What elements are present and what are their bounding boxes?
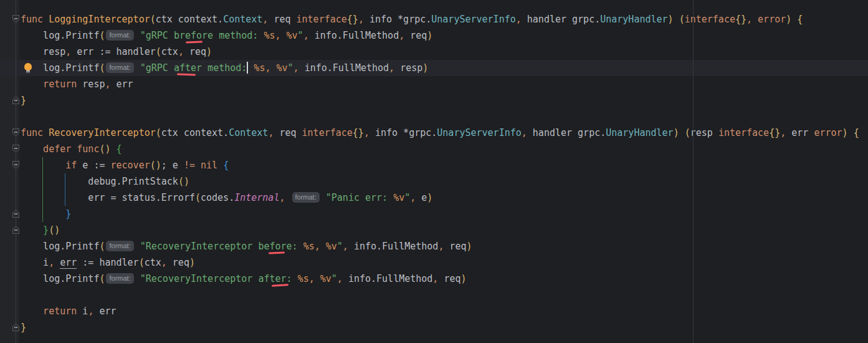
code-token: { bbox=[117, 143, 122, 155]
parameter-hint-inlay: format: bbox=[106, 241, 133, 251]
code-line[interactable]: func RecoveryInterceptor(ctx context.Con… bbox=[0, 125, 868, 141]
code-token: UnaryHandler bbox=[600, 14, 667, 25]
code-token bbox=[135, 273, 140, 284]
code-token: { bbox=[223, 160, 229, 171]
code-line[interactable]: if e := recover(); e != nil { bbox=[0, 157, 868, 173]
code-token: resp bbox=[21, 46, 65, 57]
parameter-hint-inlay: format: bbox=[106, 62, 133, 73]
code-token: , bbox=[364, 127, 370, 138]
code-token: , bbox=[516, 14, 522, 25]
code-token: ( bbox=[195, 192, 201, 203]
code-token: req bbox=[274, 127, 302, 138]
code-line[interactable]: debug.PrintStack() bbox=[0, 173, 868, 190]
parameter-hint-inlay: format: bbox=[106, 30, 133, 41]
code-token: ( bbox=[150, 14, 156, 25]
code-line[interactable]: log.Printf(format: "RecoveryInterceptor … bbox=[0, 238, 868, 254]
code-token: req bbox=[444, 241, 466, 252]
code-line[interactable]: log.Printf(format: "gRPC after method: %… bbox=[0, 60, 868, 76]
code-token: , bbox=[410, 192, 416, 203]
code-token: ) bbox=[427, 30, 432, 41]
code-line[interactable]: } bbox=[0, 206, 868, 222]
code-token: ( bbox=[99, 273, 105, 284]
code-token: } bbox=[21, 322, 26, 333]
code-token: UnaryHandler bbox=[606, 127, 673, 138]
code-area[interactable]: func LoggingInterceptor(ctx context.Cont… bbox=[0, 11, 868, 336]
code-token: ) bbox=[427, 192, 432, 203]
code-editor: func LoggingInterceptor(ctx context.Cont… bbox=[0, 0, 868, 343]
code-token: nil bbox=[201, 160, 217, 171]
code-token: handler grpc. bbox=[522, 14, 600, 25]
code-token: ( bbox=[156, 127, 161, 138]
code-token: i bbox=[77, 306, 88, 317]
code-token: } bbox=[21, 208, 71, 220]
code-token: %v bbox=[393, 192, 404, 203]
code-line[interactable]: i, err := handler(ctx, req) bbox=[0, 254, 868, 271]
code-line[interactable]: log.Printf(format: "RecoveryInterceptor … bbox=[0, 271, 868, 287]
code-token: return bbox=[21, 79, 77, 90]
code-token: defer func bbox=[21, 143, 99, 155]
code-line[interactable]: return i, err bbox=[0, 303, 868, 319]
code-line[interactable]: } bbox=[0, 319, 868, 336]
intention-bulb-icon[interactable] bbox=[24, 63, 32, 73]
code-token bbox=[54, 257, 60, 268]
parameter-hint-inlay: format: bbox=[106, 273, 133, 284]
code-token: ctx bbox=[161, 46, 178, 57]
code-token: e bbox=[416, 192, 427, 203]
code-line[interactable]: log.Printf(format: "gRPC brefore method:… bbox=[0, 27, 868, 44]
code-token: () bbox=[150, 160, 161, 171]
code-token: ( bbox=[156, 46, 161, 57]
code-token: RecoveryInterceptor bbox=[49, 127, 156, 138]
code-token: info.FullMethod bbox=[309, 30, 399, 41]
code-token: " bbox=[331, 273, 337, 284]
code-token: info *grpc. bbox=[370, 127, 437, 138]
code-token: ) bbox=[206, 46, 212, 57]
code-token: {} bbox=[735, 14, 746, 25]
code-token: () bbox=[49, 225, 60, 236]
code-token bbox=[285, 192, 290, 203]
code-token: interface bbox=[685, 14, 735, 25]
code-line[interactable] bbox=[0, 287, 868, 303]
code-token bbox=[111, 143, 117, 155]
code-token bbox=[791, 14, 797, 25]
code-token: , bbox=[178, 46, 184, 57]
code-token: interface bbox=[297, 14, 347, 25]
code-token: ( bbox=[99, 62, 105, 74]
code-token: } bbox=[21, 225, 49, 236]
code-token: != bbox=[184, 160, 195, 171]
code-token: err := handler bbox=[71, 46, 155, 57]
code-token: ) bbox=[467, 241, 472, 252]
code-line[interactable]: func LoggingInterceptor(ctx context.Cont… bbox=[0, 11, 868, 27]
code-line[interactable] bbox=[0, 109, 868, 125]
code-line[interactable]: defer func() { bbox=[0, 141, 868, 157]
code-line[interactable]: return resp, err bbox=[0, 76, 868, 92]
code-token: ) bbox=[422, 62, 428, 74]
code-token: ctx context. bbox=[156, 14, 223, 25]
code-token bbox=[248, 62, 254, 74]
code-token: " bbox=[288, 62, 293, 74]
code-token: {} bbox=[347, 14, 358, 25]
code-token: resp bbox=[394, 62, 422, 74]
code-token: info *grpc. bbox=[364, 14, 431, 25]
code-token: , bbox=[522, 127, 527, 138]
code-token: resp bbox=[690, 127, 718, 138]
code-line[interactable]: } bbox=[0, 92, 868, 109]
code-token: req bbox=[438, 273, 460, 284]
code-token: ) bbox=[842, 127, 848, 138]
code-token: , bbox=[337, 273, 343, 284]
parameter-hint-inlay: format: bbox=[292, 192, 320, 203]
code-token: UnaryServerInfo bbox=[437, 127, 521, 138]
code-line[interactable]: err = status.Errorf(codes.Internal, form… bbox=[0, 190, 868, 206]
code-token: handler grpc. bbox=[527, 127, 606, 138]
code-token bbox=[217, 160, 223, 171]
code-token: err bbox=[60, 257, 77, 269]
code-token: ) ( bbox=[668, 14, 685, 25]
typo-underline-marker bbox=[177, 73, 196, 75]
code-line[interactable]: resp, err := handler(ctx, req) bbox=[0, 44, 868, 60]
code-token: if bbox=[21, 160, 77, 171]
code-token: err bbox=[111, 79, 133, 90]
code-token: () bbox=[178, 176, 189, 187]
code-token: e := bbox=[77, 160, 110, 171]
code-token: , bbox=[49, 257, 54, 268]
code-token: " bbox=[337, 241, 343, 252]
code-line[interactable]: }() bbox=[0, 222, 868, 238]
